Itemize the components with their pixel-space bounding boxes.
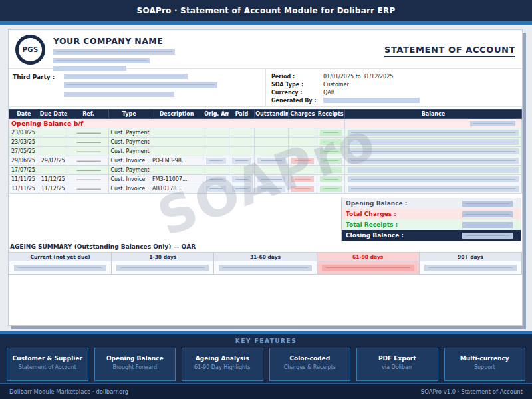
- ageing-summary-table: Current (not yet due)1-30 days31-60 days…: [9, 252, 522, 275]
- outstanding-redacted-value: [257, 176, 285, 182]
- cell-ref-redacted: ——————: [68, 175, 108, 184]
- column-header-0: Date: [9, 110, 39, 119]
- cell-receipts: [317, 166, 344, 175]
- statement-document: PGS YOUR COMPANY NAME STATEMENT OF ACCOU…: [8, 29, 523, 326]
- opening-balance-row: Opening Balance b/f: [9, 119, 522, 128]
- cell-description: [150, 147, 203, 156]
- cell-receipts: [317, 156, 344, 166]
- cell-outstanding: [255, 184, 289, 194]
- cell-paid: [229, 166, 255, 175]
- column-header-2: Ref.: [68, 110, 108, 119]
- ageing-bucket-value-1: [112, 261, 214, 275]
- opening-balance-value-cell: [344, 119, 521, 128]
- summary-label-charges: Total Charges :: [342, 211, 462, 217]
- cell-due-date: 11/12/25: [39, 184, 68, 194]
- summary-row-neutral: Opening Balance :: [342, 198, 521, 209]
- third-party-redacted-1: [64, 74, 188, 79]
- feature-card-subtitle-5: Support: [445, 364, 525, 370]
- cell-balance: [344, 128, 521, 138]
- cell-charges: [289, 175, 317, 184]
- cell-orig-amt: [203, 184, 229, 194]
- column-header-6: Paid: [229, 110, 255, 119]
- feature-card-title-5: Multi-currency: [445, 355, 525, 362]
- column-header-9: Receipts: [317, 110, 344, 119]
- cell-receipts: [317, 184, 344, 194]
- meta-label-0: Period :: [271, 73, 323, 81]
- cell-orig-amt: [203, 166, 229, 175]
- column-header-5: Orig. Amt: [203, 110, 229, 119]
- paid-redacted-value: [232, 186, 252, 192]
- cell-orig-amt: [203, 128, 229, 138]
- cell-orig-amt: [203, 156, 229, 166]
- cell-type: Cust. Invoice: [108, 184, 150, 194]
- ageing-bucket-value-2: [214, 261, 317, 275]
- cell-charges: [289, 128, 317, 138]
- cell-outstanding: [255, 138, 289, 147]
- summary-row-receipts: Total Receipts :: [342, 219, 521, 230]
- summary-label-closing: Closing Balance :: [342, 232, 462, 239]
- summary-row-charges: Total Charges :: [342, 209, 521, 219]
- company-address-redacted-2: [53, 58, 150, 63]
- ageing-redacted-value-4: [424, 265, 517, 271]
- balance-redacted-value: [348, 158, 519, 164]
- footer-version-text: SOAPro v1.0 · Statement of Account: [421, 388, 523, 395]
- cell-date: 11/11/25: [9, 184, 39, 194]
- outstanding-redacted-value: [257, 186, 285, 192]
- ageing-summary-title: AGEING SUMMARY (Outstanding Balances Onl…: [10, 243, 196, 250]
- cell-charges: [289, 184, 317, 194]
- feature-card-title-4: PDF Export: [357, 355, 438, 362]
- ageing-value-row: [9, 261, 522, 275]
- cell-orig-amt: [203, 147, 229, 156]
- cell-outstanding: [255, 175, 289, 184]
- orig-amt-redacted-value: [206, 186, 226, 192]
- transactions-table-body: Opening Balance b/f 23/03/25——————Cust. …: [9, 119, 522, 194]
- cell-balance: [344, 184, 521, 194]
- table-row-0: 23/03/25——————Cust. Payment: [9, 128, 522, 138]
- feature-card-title-0: Customer & Supplier: [7, 355, 88, 362]
- cell-ref-redacted: ——————: [68, 128, 108, 138]
- cell-type: Cust. Payment: [108, 166, 150, 175]
- meta-label-3: Generated By :: [271, 97, 323, 105]
- summary-label-neutral: Opening Balance :: [342, 200, 462, 207]
- third-party-redacted-3: [64, 92, 174, 97]
- third-party-redacted: [64, 74, 217, 106]
- cell-receipts: [317, 128, 344, 138]
- summary-label-receipts: Total Receipts :: [342, 221, 462, 228]
- key-features-heading: KEY FEATURES: [0, 334, 532, 344]
- cell-date: 23/03/25: [9, 138, 39, 147]
- cell-charges: [289, 166, 317, 175]
- cell-date: 27/05/25: [9, 147, 39, 156]
- summary-redacted-value-receipts: [462, 222, 513, 228]
- totals-summary-box: Opening Balance :Total Charges :Total Re…: [341, 198, 521, 241]
- charges-redacted-value: [291, 158, 313, 164]
- cell-description: PO-FM3-98...: [150, 156, 203, 166]
- ageing-bucket-header-1: 1-30 days: [112, 253, 214, 261]
- company-logo: PGS: [15, 35, 45, 65]
- table-row-3: 29/06/2529/07/25——————Cust. InvoicePO-FM…: [9, 156, 522, 166]
- balance-redacted-value: [348, 139, 519, 145]
- feature-card-subtitle-0: Statement of Account: [7, 364, 88, 370]
- cell-balance: [344, 166, 521, 175]
- receipts-redacted-value: [320, 167, 342, 173]
- cell-charges: [289, 156, 317, 166]
- cell-due-date: 11/12/25: [39, 175, 68, 184]
- summary-redacted-value-closing: [462, 233, 513, 239]
- company-address-redacted-1: [53, 49, 175, 55]
- ageing-bucket-value-4: [419, 261, 521, 275]
- cell-paid: [229, 147, 255, 156]
- header-accent-stripe: [0, 21, 532, 25]
- document-title: STATEMENT OF ACCOUNT: [384, 45, 515, 57]
- app-title-bar: SOAPro · Statement of Account Module for…: [0, 0, 532, 21]
- column-header-4: Description: [150, 110, 203, 119]
- opening-balance-redacted-value: [470, 121, 515, 126]
- cell-date: 23/03/25: [9, 128, 39, 138]
- cell-type: Cust. Payment: [108, 138, 150, 147]
- orig-amt-redacted-value: [206, 176, 226, 182]
- meta-value-0: 01/01/2025 to 31/12/2025: [323, 73, 393, 81]
- cell-ref-redacted: ——————: [68, 156, 108, 166]
- footer-marketplace-link[interactable]: Dolibarr Module Marketplace · dolibarr.o…: [9, 388, 128, 395]
- cell-description: [150, 128, 203, 138]
- statement-meta-section: Third Party : Period :01/01/2025 to 31/1…: [9, 69, 522, 107]
- meta-label-2: Currency :: [271, 89, 323, 97]
- cell-paid: [229, 156, 255, 166]
